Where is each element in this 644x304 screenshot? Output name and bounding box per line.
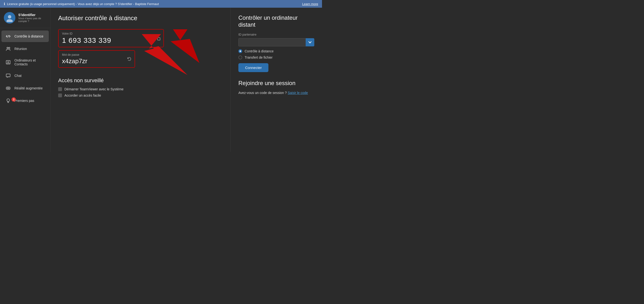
control-remote-title: Contrôler un ordinateur distant — [238, 14, 314, 28]
radio-label-file: Transfert de fichier — [244, 56, 272, 59]
user-name: S'identifier — [18, 13, 46, 17]
your-id-box: Votre ID 1 693 333 339 — [58, 29, 164, 47]
sidebar-item-label: Réunion — [14, 47, 27, 51]
notification-badge: 3 — [12, 97, 16, 102]
lightbulb-icon: 3 — [5, 98, 11, 104]
join-session-title: Rejoindre une session — [238, 80, 314, 87]
partner-id-label: ID partenaire — [238, 33, 314, 36]
avatar — [4, 12, 16, 24]
svg-point-1 — [6, 19, 13, 22]
info-icon: ℹ — [4, 2, 5, 6]
radio-remote-control[interactable]: Contrôle à distance — [238, 49, 314, 53]
sidebar-item-meeting[interactable]: Réunion — [2, 43, 49, 54]
svg-point-8 — [7, 88, 8, 89]
connection-type-group: Contrôle à distance Transfert de fichier — [238, 49, 314, 59]
svg-point-5 — [8, 61, 9, 63]
contacts-icon — [5, 59, 11, 65]
sidebar-item-label: Contrôle à distance — [14, 34, 44, 38]
password-box: Mot de passe x4zap7zr — [58, 50, 135, 68]
main-layout: S'identifier Vous n'avez pas de compte ?… — [0, 8, 322, 152]
copy-id-button[interactable] — [156, 36, 160, 40]
sidebar-item-first-steps[interactable]: 3 Premiers pas — [2, 95, 49, 106]
user-subtitle: Vous n'avez pas de compte ? — [18, 17, 46, 22]
svg-rect-11 — [158, 38, 160, 40]
join-session-section: Rejoindre une session Avez-vous un code … — [238, 80, 314, 95]
svg-point-2 — [7, 47, 8, 49]
sidebar-item-chat[interactable]: Chat — [2, 70, 49, 82]
sidebar-item-label: Chat — [14, 74, 22, 78]
session-question: Avez-vous un code de session ? — [238, 91, 287, 95]
svg-rect-6 — [6, 74, 10, 77]
sidebar-item-ar[interactable]: Réalité augmentée — [2, 82, 49, 94]
radio-file-transfer[interactable]: Transfert de fichier — [238, 56, 314, 59]
partner-input-row — [238, 38, 314, 46]
your-id-label: Votre ID — [62, 32, 160, 35]
svg-point-9 — [8, 88, 9, 89]
svg-rect-4 — [6, 60, 10, 64]
chat-icon — [5, 73, 11, 78]
your-id-value: 1 693 333 339 — [62, 36, 160, 44]
sidebar-item-label: Réalité augmentée — [14, 86, 43, 90]
sidebar-item-remote-control[interactable]: Contrôle à distance — [2, 30, 49, 42]
checkbox-label-2: Accorder un accès facile — [64, 94, 101, 97]
control-remote-section: Contrôler un ordinateur distant ID parte… — [238, 14, 314, 72]
content-area: Autoriser contrôle à distance Votre ID 1… — [50, 8, 322, 152]
nav-list: Contrôle à distance Réunion — [0, 28, 50, 109]
partner-id-input[interactable] — [238, 38, 306, 46]
radio-remote-control-circle — [238, 49, 242, 53]
allow-remote-section: Autoriser contrôle à distance Votre ID 1… — [58, 14, 223, 68]
checkbox-easy-access[interactable]: Accorder un accès facile — [58, 94, 223, 97]
ar-icon — [5, 85, 11, 91]
right-panel: Contrôler un ordinateur distant ID parte… — [231, 8, 322, 152]
session-text: Avez-vous un code de session ? Saisir le… — [238, 91, 314, 95]
checkbox-label-1: Démarrer TeamViewer avec le Système — [64, 87, 124, 91]
unsupervised-section: Accès non surveillé Démarrer TeamViewer … — [58, 78, 223, 100]
partner-id-dropdown[interactable] — [306, 38, 314, 46]
sidebar-item-label: Premiers pas — [14, 99, 34, 102]
password-label: Mot de passe — [62, 53, 131, 56]
user-info: S'identifier Vous n'avez pas de compte ? — [18, 13, 46, 22]
banner-text: Licence gratuite (à usage personnel uniq… — [7, 2, 300, 6]
checkbox-start-with-system[interactable]: Démarrer TeamViewer avec le Système — [58, 87, 223, 91]
checkbox-box-2 — [58, 94, 62, 97]
connect-button[interactable]: Connecter — [238, 63, 268, 72]
unsupervised-title: Accès non surveillé — [58, 78, 223, 84]
refresh-password-button[interactable] — [127, 57, 132, 62]
sidebar-item-computers-contacts[interactable]: Ordinateurs et Contacts — [2, 56, 49, 69]
allow-remote-title: Autoriser contrôle à distance — [58, 14, 223, 22]
learn-more-link[interactable]: Learn more — [302, 2, 318, 6]
radio-label-remote: Contrôle à distance — [244, 49, 274, 53]
sidebar: S'identifier Vous n'avez pas de compte ?… — [0, 8, 50, 152]
checkbox-box-1 — [58, 87, 62, 91]
user-profile[interactable]: S'identifier Vous n'avez pas de compte ? — [0, 8, 50, 28]
radio-file-transfer-circle — [238, 56, 242, 59]
left-panel: Autoriser contrôle à distance Votre ID 1… — [50, 8, 231, 152]
svg-point-3 — [9, 47, 10, 49]
top-banner: ℹ Licence gratuite (à usage personnel un… — [0, 0, 322, 8]
sidebar-item-label: Ordinateurs et Contacts — [14, 58, 45, 66]
session-code-link[interactable]: Saisir le code — [288, 91, 308, 95]
password-value: x4zap7zr — [62, 58, 131, 65]
meeting-icon — [5, 46, 11, 52]
arrows-icon — [5, 34, 11, 39]
svg-point-0 — [8, 15, 11, 18]
